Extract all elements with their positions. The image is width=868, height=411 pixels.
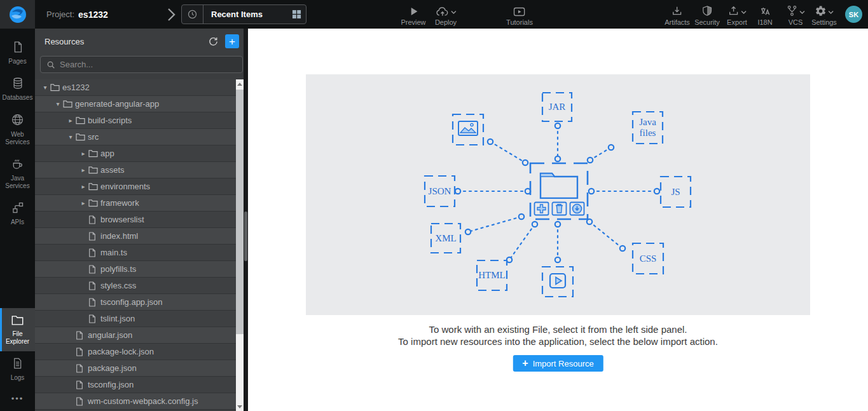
- folder-icon: [76, 116, 88, 125]
- sidebar-item-apis[interactable]: APIs: [0, 196, 35, 232]
- tree-row-environments[interactable]: ▸environments: [35, 179, 236, 195]
- refresh-icon[interactable]: [208, 36, 219, 47]
- vcs-button[interactable]: VCS: [786, 3, 805, 26]
- artifacts-button[interactable]: Artifacts: [665, 3, 690, 26]
- tree-row-browserslist[interactable]: browserslist: [35, 212, 236, 228]
- chevron-down-icon: [799, 6, 805, 17]
- user-avatar[interactable]: SK: [845, 6, 862, 23]
- expand-toggle-icon[interactable]: ▸: [65, 117, 76, 124]
- scrollbar-thumb[interactable]: [236, 90, 244, 334]
- preview-icon-row: [408, 3, 419, 17]
- diagram-node-jar: JAR: [542, 93, 572, 121]
- diagram-node-center[interactable]: [530, 163, 588, 219]
- import-button-label: Import Resource: [533, 359, 594, 368]
- tree-item-label: environments: [100, 182, 150, 191]
- expand-toggle-icon[interactable]: ▸: [78, 183, 88, 190]
- instruction-line-1: To work with an existing File, select it…: [248, 323, 868, 335]
- folder-icon: [76, 133, 88, 141]
- tree-row-index.html[interactable]: index.html: [35, 228, 236, 245]
- tree-row-build-scripts[interactable]: ▸build-scripts: [35, 112, 236, 129]
- import-resource-button[interactable]: + Import Resource: [513, 355, 603, 372]
- folder-icon: [539, 170, 579, 199]
- add-icon[interactable]: [534, 201, 549, 216]
- file-tree: ▾es1232▾generated-angular-app▸build-scri…: [35, 79, 236, 411]
- tree-row-framework[interactable]: ▸framework: [35, 195, 236, 212]
- settings-icon-row: [815, 3, 834, 17]
- i18n-button[interactable]: I18N: [757, 3, 772, 26]
- expand-toggle-icon[interactable]: ▸: [78, 199, 88, 206]
- deploy-label: Deploy: [435, 18, 457, 26]
- tree-row-wm-custom-webpack.config.js[interactable]: wm-custom-webpack.config.js: [35, 393, 236, 410]
- tree-item-label: main.ts: [100, 248, 127, 257]
- security-label: Security: [694, 18, 720, 26]
- image-file-icon: [457, 118, 479, 141]
- tree-row-tslint.json[interactable]: tslint.json: [35, 311, 236, 327]
- expand-toggle-icon[interactable]: ▸: [78, 150, 88, 157]
- tutorials-button[interactable]: Tutorials: [506, 3, 533, 26]
- tree-row-generated-angular-app[interactable]: ▾generated-angular-app: [35, 96, 236, 112]
- panel-scrollbar-thumb[interactable]: [244, 212, 247, 261]
- tree-row-src[interactable]: ▾src: [35, 129, 236, 145]
- folder-icon: [63, 100, 75, 108]
- branch-icon: [786, 4, 798, 17]
- diagram-node-json: JSON: [425, 176, 455, 206]
- tree-row-angular.json[interactable]: angular.json: [35, 327, 236, 344]
- recent-items-dropdown[interactable]: Recent Items: [181, 4, 307, 24]
- add-resource-button[interactable]: +: [225, 34, 239, 48]
- tree-row-app[interactable]: ▸app: [35, 145, 236, 162]
- sidebar-item-file-explorer[interactable]: File Explorer: [0, 308, 35, 351]
- tree-row-tsconfig.app.json[interactable]: tsconfig.app.json: [35, 294, 236, 311]
- file-icon: [88, 232, 100, 241]
- collapse-toggle-icon[interactable]: ▾: [53, 100, 63, 107]
- sidebar-item-web-services[interactable]: Web Services: [0, 107, 35, 152]
- download-icon[interactable]: [569, 201, 585, 216]
- scroll-up-arrow[interactable]: [236, 79, 244, 88]
- tree-row-styles.css[interactable]: styles.css: [35, 278, 236, 294]
- tree-row-package.json[interactable]: package.json: [35, 360, 236, 377]
- tree-row-es1232[interactable]: ▾es1232: [35, 79, 236, 96]
- wavemaker-logo-icon: [8, 5, 27, 24]
- collapse-toggle-icon[interactable]: ▾: [65, 133, 76, 140]
- search-input[interactable]: [60, 60, 242, 69]
- collapse-toggle-icon[interactable]: ▾: [40, 84, 50, 91]
- export-button[interactable]: Export: [727, 3, 747, 26]
- scroll-down-arrow[interactable]: [236, 402, 244, 411]
- tree-row-polyfills.ts[interactable]: polyfills.ts: [35, 261, 236, 278]
- folder-icon: [88, 182, 100, 191]
- sidebar-item-databases[interactable]: Databases: [0, 71, 35, 107]
- tree-row-tsconfig.json[interactable]: tsconfig.json: [35, 377, 236, 393]
- tutorials-label: Tutorials: [506, 18, 533, 26]
- main-content: JARJava filesJSONJSXMLHTMLCSS To work wi…: [248, 29, 868, 411]
- security-button[interactable]: Security: [694, 3, 720, 26]
- expand-toggle-icon[interactable]: ▸: [78, 166, 88, 173]
- tree-row-package-lock.json[interactable]: package-lock.json: [35, 344, 236, 360]
- more-options-button[interactable]: •••: [0, 387, 35, 411]
- file-icon: [76, 347, 88, 356]
- globe-icon: [11, 113, 24, 129]
- settings-button[interactable]: Settings: [811, 3, 837, 26]
- delete-icon[interactable]: [551, 201, 567, 216]
- file-icon: [88, 265, 100, 274]
- sidebar-item-logs[interactable]: Logs: [0, 351, 35, 387]
- tutorials-icon-row: [513, 3, 527, 17]
- collapse-chevron-icon[interactable]: [164, 5, 178, 24]
- translate-icon: [759, 6, 771, 17]
- deploy-button[interactable]: Deploy: [435, 3, 457, 26]
- sidebar-item-java-services[interactable]: Java Services: [0, 152, 35, 196]
- log-document-icon: [11, 357, 24, 372]
- vcs-icon-row: [786, 3, 805, 17]
- tree-row-main.ts[interactable]: main.ts: [35, 245, 236, 261]
- tree-item-label: generated-angular-app: [75, 99, 159, 109]
- tree-scrollbar[interactable]: [236, 79, 244, 411]
- sidebar-spacer: [0, 232, 35, 308]
- resources-panel-header: Resources +: [35, 29, 248, 54]
- folder-icon: [88, 149, 100, 158]
- grid-view-icon[interactable]: [287, 10, 306, 19]
- panel-scrollbar[interactable]: [244, 29, 248, 411]
- diagram-node-label: JSON: [429, 186, 451, 197]
- settings-label: Settings: [811, 18, 837, 26]
- preview-button[interactable]: Preview: [401, 3, 425, 26]
- i18n-icon-row: [759, 3, 771, 17]
- sidebar-item-pages[interactable]: Pages: [0, 35, 35, 71]
- tree-row-assets[interactable]: ▸assets: [35, 162, 236, 179]
